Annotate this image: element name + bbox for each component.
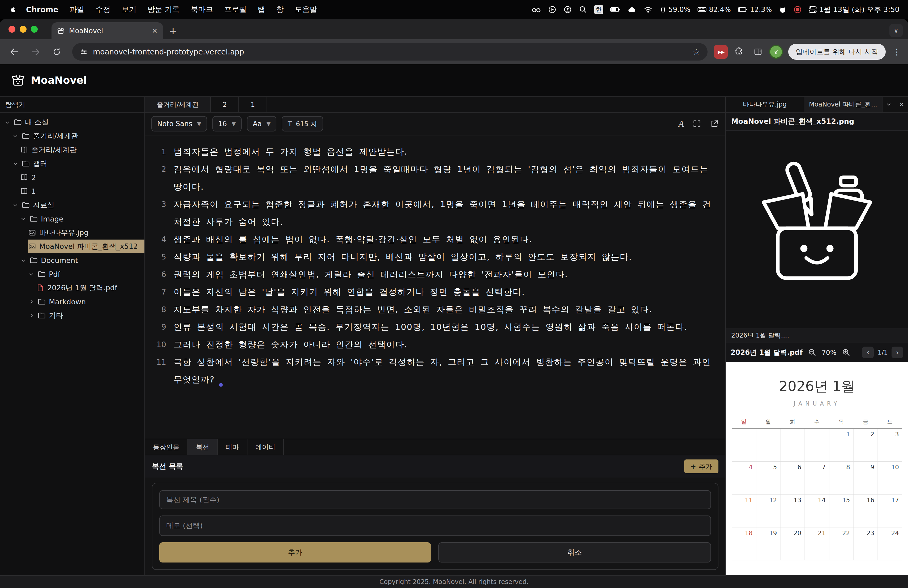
status-cat-app[interactable] <box>779 6 787 13</box>
status-play[interactable] <box>548 5 557 14</box>
status-person[interactable] <box>563 5 572 14</box>
font-family-select[interactable]: Noto Sans ▼ <box>151 116 207 132</box>
status-control-center[interactable] <box>808 5 817 14</box>
menubar-item[interactable]: 탭 <box>258 5 265 14</box>
tab-search-button[interactable]: ∨ <box>889 24 903 37</box>
bottom-tab[interactable]: 데이터 <box>248 439 284 455</box>
status-search[interactable] <box>579 5 587 14</box>
minimize-window-button[interactable] <box>19 26 27 33</box>
novel-editor[interactable]: 1범죄자들은 법정에서 두 가지 형벌 옵션을 제안받는다.2감옥에서 형량대로… <box>145 135 725 439</box>
extensions-puzzle-icon[interactable] <box>731 44 747 60</box>
side-panel-icon[interactable] <box>750 44 766 60</box>
status-keyboard-battery[interactable]: 82.4% <box>697 6 731 13</box>
tree-item[interactable]: 바나나우유.jpg <box>0 226 145 240</box>
foreshadowing-memo-input[interactable] <box>159 516 711 536</box>
zoom-in-icon[interactable] <box>840 346 852 358</box>
menubar-datetime[interactable]: 1월 13일 (화) 오후 3:50 <box>819 5 900 14</box>
tab-close-icon[interactable]: ✕ <box>152 27 158 35</box>
editor-line[interactable]: 10그러나 진정한 형량은 숫자가 아니라 인간의 선택이다. <box>151 336 716 353</box>
tree-item[interactable]: 자료실 <box>0 198 145 212</box>
update-button[interactable]: 업데이트를 위해 다시 시작 <box>788 44 886 60</box>
chevron-down-icon[interactable] <box>28 271 34 277</box>
editor-tab[interactable]: 줄거리/세계관 <box>145 97 211 112</box>
zoom-window-button[interactable] <box>31 26 38 33</box>
status-korean-input[interactable]: 한 <box>594 5 603 14</box>
editor-line[interactable]: 1범죄자들은 법정에서 두 가지 형벌 옵션을 제안받는다. <box>151 143 716 160</box>
tree-item[interactable]: Image <box>0 212 145 226</box>
menubar-item[interactable]: 방문 기록 <box>148 5 180 14</box>
editor-line[interactable]: 11극한 상황에서 '선량함'을 지키려는 자와 '야수'로 각성하는 자, 그… <box>151 353 716 388</box>
menubar-item[interactable]: 창 <box>276 5 284 14</box>
tree-item[interactable]: 1 <box>0 184 145 198</box>
apple-menu-icon[interactable] <box>8 6 16 13</box>
pdf-section-label[interactable]: 2026년 1월 달력.... <box>726 328 908 343</box>
editor-line[interactable]: 7이들은 자신의 남은 '날'을 지키기 위해 연합을 결성하거나 정면 충돌을… <box>151 283 716 301</box>
editor-line[interactable]: 4생존과 배신의 룰 섬에는 법이 없다. 폭행·약탈·강간·살인 모두 처벌 … <box>151 230 716 248</box>
chevron-right-icon[interactable] <box>28 299 34 304</box>
open-external-icon[interactable] <box>710 119 719 128</box>
chevron-down-icon[interactable] <box>4 119 11 125</box>
status-cloud[interactable] <box>628 6 637 13</box>
status-wifi[interactable] <box>644 6 653 13</box>
preview-tab[interactable]: MoaNovel 파비콘_흰... <box>804 97 882 112</box>
tree-item[interactable]: Document <box>0 253 145 267</box>
tree-item[interactable]: MoaNovel 파비콘_흰색_x512 <box>0 240 145 253</box>
tree-item[interactable]: 줄거리/세계관 <box>0 143 145 157</box>
text-case-select[interactable]: Aa ▼ <box>247 116 276 132</box>
menubar-item[interactable]: 북마크 <box>191 5 213 14</box>
next-page-button[interactable]: › <box>892 346 903 358</box>
bottom-tab[interactable]: 복선 <box>188 439 218 455</box>
close-window-button[interactable] <box>8 26 15 33</box>
menubar-app-name[interactable]: Chrome <box>26 5 58 14</box>
app-logo-text[interactable]: MoaNovel <box>31 74 87 86</box>
status-record[interactable] <box>794 6 802 13</box>
bookmark-star-icon[interactable]: ☆ <box>693 47 700 57</box>
menubar-item[interactable]: 수정 <box>96 5 110 14</box>
bottom-tab[interactable]: 등장인물 <box>145 439 188 455</box>
menubar-item[interactable]: 파일 <box>69 5 84 14</box>
chevron-down-icon[interactable] <box>20 216 27 221</box>
forward-button[interactable] <box>27 43 45 61</box>
pdf-page[interactable]: 2026년 1월 JANUARY 일월화수목금토 123456789101112… <box>726 362 908 575</box>
typography-icon[interactable]: A <box>678 119 684 129</box>
status-binoculars[interactable] <box>531 6 541 13</box>
status-mac-battery[interactable]: 12.3% <box>738 6 772 13</box>
bottom-tab[interactable]: 테마 <box>218 439 248 455</box>
editor-line[interactable]: 3자급자족이 요구되는 험준한 정글과 폐허가 혼재한 이곳에서, 1명을 죽이… <box>151 195 716 230</box>
tree-item[interactable]: 2026년 1월 달력.pdf <box>0 281 145 295</box>
editor-line[interactable]: 8지도부를 차지한 자가 식량과 안전을 독점하는 반면, 소외된 자들은 비밀… <box>151 301 716 318</box>
preview-tab[interactable]: 바나나우유.jpg <box>726 97 804 112</box>
menubar-item[interactable]: 도움말 <box>295 5 317 14</box>
foreshadowing-title-input[interactable] <box>159 490 711 509</box>
tree-item[interactable]: 2 <box>0 171 145 184</box>
submit-button[interactable]: 추가 <box>159 542 431 562</box>
editor-line[interactable]: 6권력의 게임 초범부터 연쇄살인범, 게릴라 출신 테러리스트까지 다양한 '… <box>151 266 716 283</box>
back-button[interactable] <box>5 43 23 61</box>
font-size-select[interactable]: 16 ▼ <box>213 116 241 132</box>
status-battery-main[interactable] <box>610 6 621 13</box>
status-mouse-battery[interactable]: 59.0% <box>660 6 691 13</box>
browser-menu-icon[interactable]: ⋮ <box>891 47 903 57</box>
editor-tab[interactable]: 1 <box>239 97 267 112</box>
tree-item[interactable]: 챕터 <box>0 157 145 171</box>
editor-line[interactable]: 5식량과 물을 확보하기 위해 무리 지어 다니지만, 배신과 암살이 일상이고… <box>151 248 716 266</box>
chevron-down-icon[interactable] <box>12 161 19 166</box>
tree-item[interactable]: 내 소설 <box>0 115 145 129</box>
menubar-item[interactable]: 프로필 <box>224 5 246 14</box>
profile-avatar[interactable] <box>769 45 783 59</box>
chevron-down-icon[interactable] <box>882 97 895 112</box>
editor-tab[interactable]: 2 <box>211 97 239 112</box>
fullscreen-icon[interactable] <box>692 119 702 128</box>
chevron-down-icon[interactable] <box>12 202 19 208</box>
close-preview-icon[interactable]: ✕ <box>895 97 908 112</box>
new-tab-button[interactable]: + <box>165 23 181 39</box>
prev-page-button[interactable]: ‹ <box>862 346 874 358</box>
address-bar[interactable]: moanovel-frontend-prototype.vercel.app ☆ <box>72 43 708 61</box>
moanovel-logo-icon[interactable] <box>11 73 26 88</box>
chevron-right-icon[interactable] <box>28 313 34 318</box>
browser-tab[interactable]: MoaNovel ✕ <box>52 22 163 39</box>
editor-line[interactable]: 9인류 본성의 시험대 시간은 곧 목숨. 무기징역자는 100명, 10년형은… <box>151 318 716 336</box>
menubar-item[interactable]: 보기 <box>122 5 137 14</box>
site-settings-icon[interactable] <box>80 48 88 56</box>
add-foreshadowing-button[interactable]: + 추가 <box>684 459 718 473</box>
